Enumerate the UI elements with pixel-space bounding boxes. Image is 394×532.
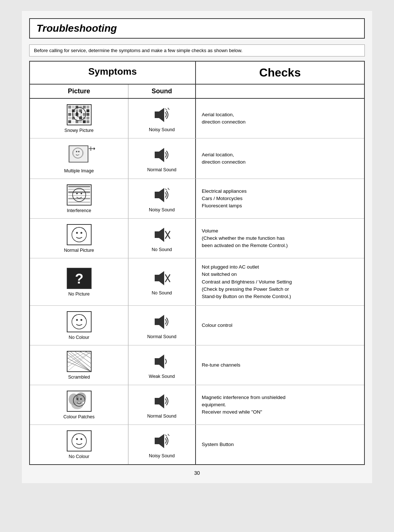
sound-cell-6: Weak Sound — [128, 345, 196, 385]
svg-rect-34 — [155, 112, 159, 118]
checks-cell-5: Colour control — [196, 306, 364, 345]
svg-line-36 — [165, 109, 167, 110]
checks-cell-1: Aerial location, direction connection — [196, 138, 364, 179]
svg-rect-1 — [68, 106, 71, 109]
subtitle-box: Before calling for service, determine th… — [29, 44, 365, 56]
picture-cell-8: No Colour — [30, 425, 128, 464]
picture-cell-6: Scrambled — [30, 345, 128, 385]
sound-label-1: Normal Sound — [147, 167, 177, 172]
snowy-picture-icon — [66, 104, 92, 126]
scrambled-icon — [66, 351, 92, 372]
picture-label-1: Multiple Image — [64, 168, 94, 173]
svg-rect-13 — [68, 113, 71, 116]
svg-line-62 — [168, 188, 169, 190]
checks-cell-2: Electrical appliances Cars / Motorcycles… — [196, 179, 364, 218]
sound-label-8: Noisy Sound — [149, 453, 175, 458]
sound-cell-2: Noisy Sound — [128, 179, 196, 218]
picture-header-label: Picture — [68, 87, 90, 95]
table-main-header: Symptoms Checks — [30, 62, 364, 85]
svg-line-95 — [67, 351, 82, 359]
normal-sound-icon-1 — [152, 145, 172, 165]
normal-picture-icon — [66, 224, 92, 246]
no-sound-icon-4 — [152, 268, 172, 288]
svg-rect-17 — [83, 113, 86, 116]
svg-point-65 — [76, 232, 78, 234]
svg-rect-50 — [68, 186, 90, 187]
svg-rect-105 — [155, 398, 159, 404]
checks-text-2: Electrical appliances Cars / Motorcycles… — [202, 188, 247, 210]
svg-rect-5 — [83, 106, 86, 109]
troubleshooting-table: Symptoms Checks Picture Sound — [29, 61, 365, 465]
svg-point-110 — [80, 438, 82, 440]
svg-marker-60 — [159, 188, 164, 202]
svg-marker-74 — [159, 271, 164, 285]
svg-rect-14 — [72, 113, 75, 116]
checks-text-5: Colour control — [202, 322, 232, 329]
sound-label-0: Noisy Sound — [149, 127, 175, 132]
checks-header: Checks — [196, 62, 364, 84]
svg-rect-30 — [86, 120, 89, 123]
picture-cell-2: Interference — [30, 179, 128, 218]
checks-cell-0: Aerial location, direction connection — [196, 99, 364, 138]
checks-col-header — [196, 85, 364, 98]
table-row: Snowy Picture Noisy Sound Aerial locati — [30, 99, 364, 138]
no-picture-icon: ? — [66, 267, 92, 289]
svg-rect-25 — [68, 120, 71, 123]
picture-label-6: Scrambled — [68, 375, 90, 380]
sound-cell-0: Noisy Sound — [128, 99, 196, 138]
sound-label-5: Normal Sound — [147, 334, 177, 339]
svg-line-114 — [168, 434, 169, 436]
sound-cell-5: Normal Sound — [128, 306, 196, 345]
svg-line-113 — [165, 435, 167, 436]
picture-cell-0: Snowy Picture — [30, 99, 128, 138]
checks-text-7: Magnetic interference from unshielded eq… — [202, 394, 286, 416]
checks-text-4: Not plugged into AC outlet Not switched … — [202, 263, 292, 300]
table-row: Interference Noisy Sound Electrical appl… — [30, 179, 364, 219]
picture-label-8: No Colour — [69, 454, 89, 459]
page: Troubleshooting Before calling for servi… — [22, 11, 372, 483]
svg-point-58 — [81, 193, 82, 194]
sound-label-2: Noisy Sound — [149, 207, 175, 212]
svg-rect-47 — [155, 152, 159, 158]
svg-point-32 — [76, 112, 78, 113]
svg-rect-26 — [72, 120, 75, 123]
svg-rect-9 — [76, 109, 78, 112]
sound-cell-1: Normal Sound — [128, 138, 196, 179]
svg-point-103 — [77, 398, 78, 400]
svg-rect-29 — [83, 120, 86, 123]
checks-cell-3: Volume (Check whether the mute function … — [196, 219, 364, 258]
picture-cell-7: Colour Patches — [30, 385, 128, 425]
svg-rect-59 — [155, 192, 159, 198]
svg-rect-10 — [79, 109, 82, 112]
svg-rect-2 — [72, 106, 75, 109]
checks-text-3: Volume (Check whether the mute function … — [202, 227, 288, 250]
checks-text-0: Aerial location, direction connection — [202, 111, 246, 126]
svg-line-91 — [85, 351, 91, 354]
colour-patches-icon — [66, 390, 92, 412]
normal-sound-icon-5 — [152, 312, 172, 332]
svg-rect-12 — [86, 109, 89, 112]
svg-rect-24 — [86, 117, 89, 120]
svg-line-37 — [168, 108, 169, 110]
antenna-icon — [88, 145, 95, 152]
picture-cell-4: ? No Picture — [30, 258, 128, 305]
sound-cell-7: Normal Sound — [128, 385, 196, 425]
picture-cell-1: Multiple Image — [30, 138, 128, 179]
checks-text-8: System Button — [202, 441, 234, 448]
weak-sound-icon — [152, 352, 172, 372]
table-row: Scrambled Weak Sound Re-tune channels — [30, 345, 364, 385]
svg-marker-112 — [159, 434, 164, 448]
svg-rect-42 — [70, 146, 89, 162]
svg-text:?: ? — [75, 271, 83, 286]
picture-cell-5: No Colour — [30, 306, 128, 345]
ghost-image-icon — [69, 145, 91, 165]
svg-rect-15 — [76, 113, 78, 116]
subtitle-text: Before calling for service, determine th… — [34, 48, 243, 53]
svg-rect-96 — [155, 358, 159, 365]
table-row: Multiple Image Normal Sound Aerial locat… — [30, 138, 364, 179]
picture-label-2: Interference — [67, 208, 91, 213]
svg-marker-68 — [159, 228, 164, 242]
svg-point-109 — [76, 438, 78, 440]
normal-sound-icon-7 — [152, 391, 172, 411]
picture-col-header: Picture — [30, 85, 128, 98]
